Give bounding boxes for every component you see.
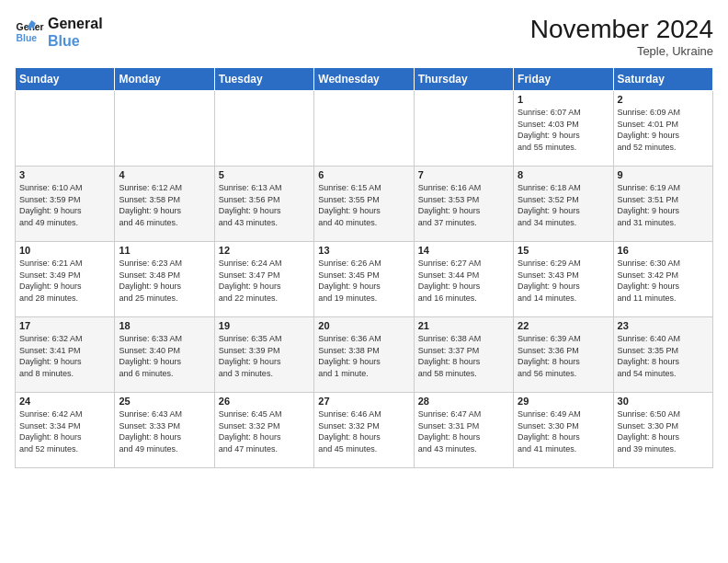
day-number: 4	[119, 169, 210, 180]
table-row: 24Sunrise: 6:42 AM Sunset: 3:34 PM Dayli…	[16, 393, 115, 468]
day-number: 23	[618, 320, 709, 331]
table-row	[314, 91, 414, 167]
table-row: 28Sunrise: 6:47 AM Sunset: 3:31 PM Dayli…	[414, 393, 513, 468]
table-row: 7Sunrise: 6:16 AM Sunset: 3:53 PM Daylig…	[414, 167, 513, 242]
day-number: 29	[518, 396, 609, 407]
col-monday: Monday	[115, 68, 214, 91]
col-tuesday: Tuesday	[214, 68, 313, 91]
day-info: Sunrise: 6:26 AM Sunset: 3:45 PM Dayligh…	[318, 258, 409, 304]
day-info: Sunrise: 6:36 AM Sunset: 3:38 PM Dayligh…	[318, 333, 409, 379]
day-info: Sunrise: 6:18 AM Sunset: 3:52 PM Dayligh…	[518, 182, 609, 228]
day-info: Sunrise: 6:27 AM Sunset: 3:44 PM Dayligh…	[418, 258, 509, 304]
table-row: 29Sunrise: 6:49 AM Sunset: 3:30 PM Dayli…	[514, 393, 613, 468]
table-row: 1Sunrise: 6:07 AM Sunset: 4:03 PM Daylig…	[514, 91, 613, 167]
table-row: 19Sunrise: 6:35 AM Sunset: 3:39 PM Dayli…	[214, 317, 313, 393]
day-info: Sunrise: 6:12 AM Sunset: 3:58 PM Dayligh…	[119, 182, 210, 228]
table-row: 16Sunrise: 6:30 AM Sunset: 3:42 PM Dayli…	[613, 242, 712, 317]
day-number: 1	[518, 94, 609, 105]
table-row: 27Sunrise: 6:46 AM Sunset: 3:32 PM Dayli…	[314, 393, 414, 468]
day-info: Sunrise: 6:50 AM Sunset: 3:30 PM Dayligh…	[618, 408, 709, 454]
day-info: Sunrise: 6:39 AM Sunset: 3:36 PM Dayligh…	[518, 333, 609, 379]
table-row: 3Sunrise: 6:10 AM Sunset: 3:59 PM Daylig…	[16, 167, 115, 242]
day-info: Sunrise: 6:07 AM Sunset: 4:03 PM Dayligh…	[518, 107, 609, 153]
calendar-week-2: 3Sunrise: 6:10 AM Sunset: 3:59 PM Daylig…	[16, 167, 713, 242]
table-row: 25Sunrise: 6:43 AM Sunset: 3:33 PM Dayli…	[115, 393, 214, 468]
day-info: Sunrise: 6:46 AM Sunset: 3:32 PM Dayligh…	[318, 408, 409, 454]
day-info: Sunrise: 6:24 AM Sunset: 3:47 PM Dayligh…	[219, 258, 310, 304]
table-row	[214, 91, 313, 167]
table-row: 12Sunrise: 6:24 AM Sunset: 3:47 PM Dayli…	[214, 242, 313, 317]
day-info: Sunrise: 6:40 AM Sunset: 3:35 PM Dayligh…	[618, 333, 709, 379]
day-number: 8	[518, 169, 609, 180]
day-info: Sunrise: 6:35 AM Sunset: 3:39 PM Dayligh…	[219, 333, 310, 379]
day-number: 26	[219, 396, 310, 407]
col-saturday: Saturday	[613, 68, 712, 91]
calendar-week-5: 24Sunrise: 6:42 AM Sunset: 3:34 PM Dayli…	[16, 393, 713, 468]
day-number: 24	[19, 396, 110, 407]
table-row: 5Sunrise: 6:13 AM Sunset: 3:56 PM Daylig…	[214, 167, 313, 242]
day-info: Sunrise: 6:09 AM Sunset: 4:01 PM Dayligh…	[618, 107, 709, 153]
day-number: 21	[418, 320, 509, 331]
table-row	[414, 91, 513, 167]
calendar-header-row: Sunday Monday Tuesday Wednesday Thursday…	[16, 68, 713, 91]
day-info: Sunrise: 6:29 AM Sunset: 3:43 PM Dayligh…	[518, 258, 609, 304]
day-number: 15	[518, 245, 609, 256]
logo-blue: Blue	[48, 32, 103, 50]
table-row	[16, 91, 115, 167]
day-number: 6	[318, 169, 409, 180]
day-number: 11	[119, 245, 210, 256]
day-number: 30	[618, 396, 709, 407]
day-info: Sunrise: 6:21 AM Sunset: 3:49 PM Dayligh…	[19, 258, 110, 304]
day-info: Sunrise: 6:10 AM Sunset: 3:59 PM Dayligh…	[19, 182, 110, 228]
day-info: Sunrise: 6:30 AM Sunset: 3:42 PM Dayligh…	[618, 258, 709, 304]
table-row: 18Sunrise: 6:33 AM Sunset: 3:40 PM Dayli…	[115, 317, 214, 393]
table-row: 11Sunrise: 6:23 AM Sunset: 3:48 PM Dayli…	[115, 242, 214, 317]
title-block: November 2024 Teple, Ukraine	[530, 15, 713, 58]
svg-text:Blue: Blue	[17, 33, 38, 43]
table-row: 30Sunrise: 6:50 AM Sunset: 3:30 PM Dayli…	[613, 393, 712, 468]
day-number: 20	[318, 320, 409, 331]
day-number: 7	[418, 169, 509, 180]
day-info: Sunrise: 6:38 AM Sunset: 3:37 PM Dayligh…	[418, 333, 509, 379]
col-wednesday: Wednesday	[314, 68, 414, 91]
day-number: 14	[418, 245, 509, 256]
table-row: 4Sunrise: 6:12 AM Sunset: 3:58 PM Daylig…	[115, 167, 214, 242]
table-row: 21Sunrise: 6:38 AM Sunset: 3:37 PM Dayli…	[414, 317, 513, 393]
day-number: 17	[19, 320, 110, 331]
day-info: Sunrise: 6:45 AM Sunset: 3:32 PM Dayligh…	[219, 408, 310, 454]
table-row	[115, 91, 214, 167]
table-row: 9Sunrise: 6:19 AM Sunset: 3:51 PM Daylig…	[613, 167, 712, 242]
month-title: November 2024	[530, 15, 713, 44]
day-info: Sunrise: 6:23 AM Sunset: 3:48 PM Dayligh…	[119, 258, 210, 304]
col-friday: Friday	[514, 68, 613, 91]
day-info: Sunrise: 6:47 AM Sunset: 3:31 PM Dayligh…	[418, 408, 509, 454]
table-row: 23Sunrise: 6:40 AM Sunset: 3:35 PM Dayli…	[613, 317, 712, 393]
logo-general: General	[48, 15, 103, 32]
table-row: 2Sunrise: 6:09 AM Sunset: 4:01 PM Daylig…	[613, 91, 712, 167]
header: General Blue General Blue November 2024 …	[15, 15, 713, 58]
table-row: 26Sunrise: 6:45 AM Sunset: 3:32 PM Dayli…	[214, 393, 313, 468]
day-info: Sunrise: 6:32 AM Sunset: 3:41 PM Dayligh…	[19, 333, 110, 379]
table-row: 10Sunrise: 6:21 AM Sunset: 3:49 PM Dayli…	[16, 242, 115, 317]
calendar-week-1: 1Sunrise: 6:07 AM Sunset: 4:03 PM Daylig…	[16, 91, 713, 167]
col-sunday: Sunday	[16, 68, 115, 91]
day-number: 16	[618, 245, 709, 256]
day-info: Sunrise: 6:33 AM Sunset: 3:40 PM Dayligh…	[119, 333, 210, 379]
day-info: Sunrise: 6:49 AM Sunset: 3:30 PM Dayligh…	[518, 408, 609, 454]
table-row: 8Sunrise: 6:18 AM Sunset: 3:52 PM Daylig…	[514, 167, 613, 242]
day-number: 25	[119, 396, 210, 407]
table-row: 6Sunrise: 6:15 AM Sunset: 3:55 PM Daylig…	[314, 167, 414, 242]
table-row: 13Sunrise: 6:26 AM Sunset: 3:45 PM Dayli…	[314, 242, 414, 317]
table-row: 20Sunrise: 6:36 AM Sunset: 3:38 PM Dayli…	[314, 317, 414, 393]
col-thursday: Thursday	[414, 68, 513, 91]
day-info: Sunrise: 6:15 AM Sunset: 3:55 PM Dayligh…	[318, 182, 409, 228]
day-number: 10	[19, 245, 110, 256]
table-row: 15Sunrise: 6:29 AM Sunset: 3:43 PM Dayli…	[514, 242, 613, 317]
day-number: 22	[518, 320, 609, 331]
calendar-week-3: 10Sunrise: 6:21 AM Sunset: 3:49 PM Dayli…	[16, 242, 713, 317]
day-info: Sunrise: 6:16 AM Sunset: 3:53 PM Dayligh…	[418, 182, 509, 228]
location: Teple, Ukraine	[530, 44, 713, 58]
calendar-week-4: 17Sunrise: 6:32 AM Sunset: 3:41 PM Dayli…	[16, 317, 713, 393]
day-number: 18	[119, 320, 210, 331]
day-number: 9	[618, 169, 709, 180]
